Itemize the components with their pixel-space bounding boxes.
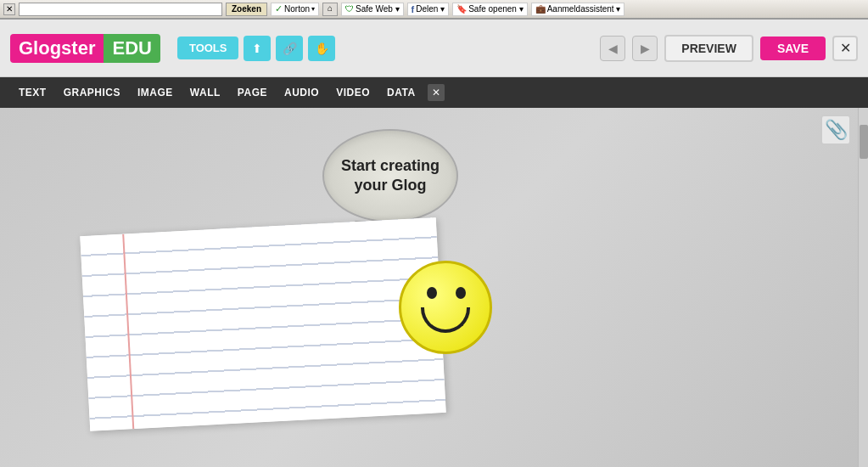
norton-dropdown-icon: ▾ (311, 5, 315, 13)
toolbar-buttons: TOOLS ⬆ 🔗 ✋ (177, 36, 336, 61)
smiley-face (399, 261, 492, 354)
safe-web-button[interactable]: 🛡 Safe Web ▾ (341, 3, 404, 16)
browser-toolbar: ✕ Zoeken ✓ Norton ▾ ⌂ 🛡 Safe Web ▾ f Del… (0, 0, 868, 19)
paperclip-icon: 📎 (825, 119, 848, 141)
preview-button[interactable]: PREVIEW (664, 35, 753, 62)
shield-icon: 🛡 (345, 4, 354, 14)
smiley-eye-right (456, 287, 466, 299)
browser-close-button[interactable]: ✕ (3, 3, 15, 15)
top-bar: Glogster EDU TOOLS ⬆ 🔗 ✋ ◀ ▶ PREVIEW SAV (0, 20, 868, 77)
logo-edu: EDU (104, 34, 160, 63)
menu-page[interactable]: PAGE (229, 80, 276, 105)
safe-open-label: Safe openen ▾ (468, 4, 524, 14)
smiley-eye-left (427, 287, 437, 299)
undo-button[interactable]: ◀ (600, 36, 625, 61)
home-button[interactable]: ⌂ (322, 3, 338, 16)
speech-bubble-text: Start creating your Glog (324, 148, 456, 205)
address-bar[interactable] (19, 3, 222, 16)
app-container: Glogster EDU TOOLS ⬆ 🔗 ✋ ◀ ▶ PREVIEW SAV (0, 20, 868, 467)
logo-glogster: Glogster (10, 34, 104, 63)
save-button[interactable]: SAVE (760, 37, 826, 60)
menu-data[interactable]: DATA (378, 80, 424, 105)
aanmeld-label: Aanmeldassistent ▾ (547, 4, 621, 14)
norton-checkmark-icon: ✓ (275, 3, 283, 14)
menu-image[interactable]: IMAGE (129, 80, 182, 105)
browser-chrome: ✕ Zoeken ✓ Norton ▾ ⌂ 🛡 Safe Web ▾ f Del… (0, 0, 868, 20)
smiley-mouth (421, 307, 470, 333)
safe-web-label: Safe Web ▾ (356, 4, 400, 14)
aanmeld-button[interactable]: 💼 Aanmeldassistent ▾ (531, 3, 625, 16)
menu-audio[interactable]: AUDIO (276, 80, 328, 105)
link-button[interactable]: 🔗 (276, 36, 303, 61)
close-button[interactable]: ✕ (832, 36, 858, 61)
lined-paper-lines (80, 217, 445, 431)
scrollbar-thumb[interactable] (860, 125, 868, 159)
up-arrow-button[interactable]: ⬆ (244, 36, 271, 61)
menu-video[interactable]: VIDEO (328, 80, 378, 105)
menu-graphics[interactable]: GRAPHICS (55, 80, 129, 105)
menu-close-button[interactable]: ✕ (428, 84, 445, 101)
speech-bubble-body: Start creating your Glog (322, 129, 458, 222)
facebook-icon: f (412, 4, 415, 14)
safe-open-icon: 🔖 (456, 4, 467, 14)
scrollbar[interactable] (858, 108, 868, 467)
norton-security[interactable]: ✓ Norton ▾ (271, 3, 319, 16)
menu-bar: TEXT GRAPHICS IMAGE WALL PAGE AUDIO VIDE… (0, 77, 868, 108)
hand-icon: ✋ (315, 42, 329, 55)
aanmeld-icon: 💼 (535, 4, 546, 14)
smiley-circle (399, 261, 492, 354)
canvas-area[interactable]: Start creating your Glog 📎 (0, 108, 868, 467)
link-icon: 🔗 (283, 42, 297, 55)
zoek-button[interactable]: Zoeken (226, 3, 267, 16)
safe-open-button[interactable]: 🔖 Safe openen ▾ (452, 3, 528, 16)
paperclip-button[interactable]: 📎 (820, 115, 851, 145)
tools-button[interactable]: TOOLS (177, 37, 239, 59)
delen-button[interactable]: f Delen ▾ (407, 3, 450, 16)
menu-text[interactable]: TEXT (10, 80, 55, 105)
redo-icon: ▶ (641, 42, 650, 55)
up-arrow-icon: ⬆ (252, 42, 262, 55)
lined-paper (80, 217, 445, 431)
redo-button[interactable]: ▶ (632, 36, 658, 61)
home-icon: ⌂ (328, 3, 333, 13)
action-buttons: ◀ ▶ PREVIEW SAVE ✕ (600, 35, 858, 62)
delen-label: Delen ▾ (416, 4, 445, 14)
menu-wall[interactable]: WALL (182, 80, 229, 105)
undo-icon: ◀ (608, 42, 618, 55)
hand-button[interactable]: ✋ (308, 36, 335, 61)
logo: Glogster EDU (10, 34, 160, 63)
norton-label: Norton (284, 4, 310, 14)
